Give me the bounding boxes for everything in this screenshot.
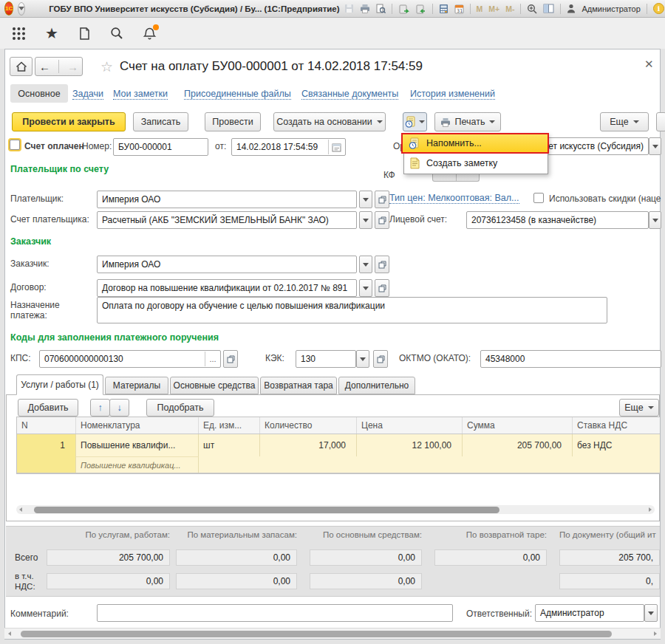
comment-input[interactable] (97, 604, 453, 622)
close-form-icon[interactable]: ✕ (644, 58, 654, 71)
form-horizontal-scrollbar[interactable] (4, 628, 661, 639)
scroll-left-icon[interactable] (19, 507, 22, 512)
scroll-left-icon[interactable] (8, 631, 11, 636)
customer-field[interactable]: Империя ОАО (97, 256, 357, 273)
tab-main[interactable]: Основное (10, 84, 68, 103)
column-header-n[interactable]: N (17, 417, 76, 434)
tab-materials[interactable]: Материалы (105, 377, 168, 394)
customer-dropdown-button[interactable] (359, 256, 372, 273)
favorite-star-icon[interactable]: ☆ (100, 58, 113, 75)
cell-n[interactable]: 1 (17, 434, 76, 456)
pick-items-button[interactable]: Подобрать (146, 399, 214, 417)
cell-quantity[interactable]: 17,000 (260, 434, 357, 456)
payment-purpose-field[interactable]: Оплата по договору на обучение с целью п… (97, 297, 607, 323)
payer-account-open-button[interactable] (375, 211, 389, 229)
preview-icon[interactable] (376, 4, 386, 13)
responsible-field[interactable]: Администратор (535, 604, 644, 622)
notifications-icon[interactable] (143, 27, 157, 41)
save-icon[interactable] (344, 4, 354, 13)
back-button[interactable]: ← (35, 61, 54, 73)
contract-dropdown-button[interactable] (359, 279, 372, 297)
cell-content[interactable]: Повышение квалификац... (76, 456, 199, 473)
tab-attached-files[interactable]: Присоединенные файлы (184, 89, 291, 100)
oktmo-field[interactable]: 45348000 (480, 350, 661, 368)
scroll-right-icon[interactable] (649, 507, 652, 512)
calendar-icon[interactable]: 31 (454, 4, 464, 14)
home-button[interactable] (10, 57, 33, 76)
payer-field[interactable]: Империя ОАО (97, 191, 357, 208)
table-row[interactable]: 1 Повышение квалифи... шт 17,000 12 100,… (17, 434, 660, 456)
kfo-spin-buttons[interactable] (432, 174, 480, 182)
responsible-dropdown-button[interactable] (644, 604, 658, 622)
cell-amount[interactable]: 205 700,00 (463, 434, 573, 456)
contract-open-button[interactable] (375, 279, 389, 297)
create-based-on-button[interactable]: Создать на основании (273, 112, 386, 131)
tab-change-history[interactable]: История изменений (410, 89, 495, 100)
more-button-partial[interactable] (656, 112, 665, 131)
table-horizontal-scrollbar[interactable] (16, 505, 655, 514)
memory-minus-button[interactable]: M- (505, 4, 514, 13)
column-header-price[interactable]: Цена (357, 417, 463, 434)
payer-account-dropdown-button[interactable] (359, 211, 372, 229)
move-up-button[interactable]: ↑ (90, 399, 110, 417)
menu-item-remind[interactable]: Напомнить... (401, 133, 549, 154)
column-header-amount[interactable]: Сумма (463, 417, 573, 434)
paid-checkbox[interactable] (10, 140, 20, 150)
column-header-vat[interactable]: Ставка НДС (573, 417, 660, 434)
payer-account-field[interactable]: Расчетный (АКБ "ЗЕМСКИЙ ЗЕМЕЛЬНЫЙ БАНК" … (97, 211, 357, 229)
search-icon[interactable] (110, 27, 123, 40)
add-row-button[interactable]: Добавить (18, 399, 78, 417)
number-field[interactable]: БУ00-000001 (113, 138, 208, 156)
tab-returnable-packaging[interactable]: Возвратная тара (260, 377, 337, 394)
tab-my-notes[interactable]: Мои заметки (113, 89, 168, 100)
attach-file-icon[interactable] (398, 4, 409, 14)
organization-dropdown-button[interactable] (649, 137, 661, 155)
scrollbar-thumb[interactable] (21, 631, 612, 637)
scroll-right-icon[interactable] (654, 631, 657, 636)
zoom-icon[interactable] (527, 4, 537, 14)
history-icon[interactable] (78, 27, 91, 41)
contract-field[interactable]: Договор на повышение квалификации от 02.… (97, 279, 357, 297)
favorites-icon[interactable]: ★ (45, 26, 58, 41)
customer-open-button[interactable] (375, 256, 389, 273)
post-and-close-button[interactable]: Провести и закрыть (12, 112, 126, 131)
tab-additional[interactable]: Дополнительно (338, 377, 415, 394)
move-down-button[interactable]: ↓ (109, 399, 129, 417)
memory-plus-button[interactable]: M+ (488, 4, 499, 13)
kps-open-button[interactable] (223, 350, 238, 368)
send-file-icon[interactable] (415, 4, 426, 14)
info-icon[interactable]: i (653, 3, 664, 14)
main-menu-icon[interactable] (12, 27, 26, 41)
more-button[interactable]: Еще (600, 112, 649, 131)
kek-open-button[interactable] (373, 350, 388, 368)
price-type-link[interactable]: Тип цен: Мелкооптовая: Вал... (389, 193, 519, 204)
calculator-icon[interactable] (439, 4, 449, 14)
menu-item-create-note[interactable]: Создать заметку (405, 155, 549, 171)
kek-dropdown-button[interactable] (356, 350, 369, 368)
kek-field[interactable]: 130 (296, 350, 356, 368)
reminder-menu-button[interactable] (403, 112, 427, 131)
cell-unit[interactable]: шт (199, 434, 260, 456)
scrollbar-thumb[interactable] (34, 507, 499, 513)
table-row-content-line[interactable]: Повышение квалификац... (17, 456, 660, 473)
personal-account-dropdown-button[interactable] (649, 211, 661, 229)
print-button[interactable]: Печать (434, 112, 501, 131)
payer-open-button[interactable] (375, 191, 389, 208)
column-header-unit[interactable]: Ед. изм... (199, 417, 260, 434)
column-header-nomenclature[interactable]: Номенклатура (76, 417, 199, 434)
post-button[interactable]: Провести (205, 112, 261, 131)
write-button[interactable]: Записать (133, 112, 188, 131)
tab-tasks[interactable]: Задачи (72, 89, 103, 100)
system-menu-button[interactable] (18, 2, 25, 16)
cell-vat[interactable]: без НДС (573, 434, 660, 456)
print-icon[interactable] (360, 4, 370, 13)
tab-related-documents[interactable]: Связанные документы (301, 89, 398, 100)
personal-account-field[interactable]: 20736123458 (в казначействе) (466, 211, 649, 229)
kps-field[interactable]: 0706000000000130 (39, 350, 221, 368)
use-discounts-checkbox[interactable] (533, 193, 544, 203)
memory-recall-button[interactable]: M (477, 4, 483, 13)
tab-fixed-assets[interactable]: Основные средства (170, 377, 259, 394)
payer-dropdown-button[interactable] (359, 191, 372, 208)
split-window-icon[interactable] (543, 4, 554, 13)
cell-price[interactable]: 12 100,00 (357, 434, 463, 456)
